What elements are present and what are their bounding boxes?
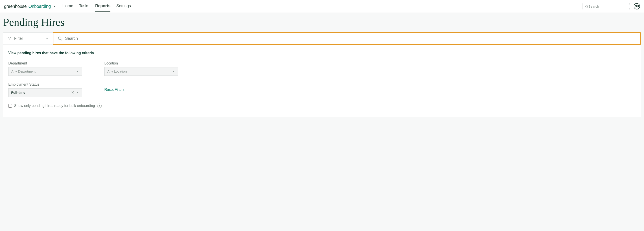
filter-row-2: Employment Status Full-time ✕ Reset Filt… [8, 83, 636, 97]
svg-marker-2 [8, 37, 11, 40]
nav-settings[interactable]: Settings [116, 1, 131, 12]
nav-reports[interactable]: Reports [95, 1, 110, 12]
caret-down-icon [76, 70, 79, 73]
logo-greenhouse: greenhouse [4, 4, 27, 9]
department-value: Any Department [11, 69, 76, 73]
global-search[interactable] [582, 3, 630, 10]
panel-header: Filter [3, 33, 641, 45]
svg-marker-7 [77, 92, 78, 93]
page: Pending Hires Filter View pending [0, 13, 644, 123]
chevron-up-icon [45, 37, 48, 40]
svg-marker-5 [77, 71, 78, 72]
bulk-onboarding-label: Show only pending hires ready for bulk o… [14, 104, 95, 108]
nav-home[interactable]: Home [62, 1, 73, 12]
location-dropdown[interactable]: Any Location [104, 67, 178, 76]
global-search-input[interactable] [588, 5, 631, 8]
clear-icon[interactable]: ✕ [71, 90, 74, 95]
primary-nav: Home Tasks Reports Settings [62, 1, 131, 12]
location-label: Location [104, 61, 178, 65]
employment-status-field: Employment Status Full-time ✕ [8, 83, 82, 97]
filter-subtitle: View pending hires that have the followi… [8, 51, 636, 55]
department-label: Department [8, 61, 82, 65]
logo-onboarding: Onboarding [28, 4, 51, 9]
svg-point-0 [586, 5, 588, 7]
svg-line-1 [587, 7, 588, 8]
page-title: Pending Hires [3, 17, 641, 28]
caret-down-icon [76, 91, 79, 94]
topbar: greenhouse Onboarding Home Tasks Reports… [0, 0, 644, 13]
employment-status-value: Full-time [11, 91, 71, 94]
bulk-onboarding-row: Show only pending hires ready for bulk o… [8, 104, 636, 108]
filter-icon [8, 36, 12, 41]
product-switcher[interactable]: greenhouse Onboarding [4, 4, 56, 9]
avatar[interactable]: GH [634, 3, 640, 10]
department-dropdown[interactable]: Any Department [8, 67, 82, 76]
report-panel: Filter View pending hires that have the … [3, 32, 641, 117]
reset-filters-link[interactable]: Reset Filters [104, 88, 124, 92]
filter-body: View pending hires that have the followi… [3, 45, 641, 117]
nav-tasks[interactable]: Tasks [79, 1, 89, 12]
panel-search-highlight[interactable] [53, 32, 641, 45]
location-field: Location Any Location [104, 61, 178, 76]
search-icon [585, 5, 588, 8]
employment-status-dropdown[interactable]: Full-time ✕ [8, 88, 82, 97]
panel-search-input[interactable] [65, 33, 636, 44]
svg-point-3 [58, 37, 61, 40]
filter-toggle-label: Filter [14, 36, 23, 41]
topbar-right: GH [582, 3, 640, 10]
svg-marker-6 [173, 71, 174, 72]
svg-line-4 [61, 39, 62, 41]
caret-down-icon [172, 70, 175, 73]
chevron-down-icon [52, 5, 56, 8]
bulk-onboarding-checkbox[interactable] [8, 104, 12, 108]
employment-status-label: Employment Status [8, 83, 82, 87]
search-icon [58, 36, 62, 41]
info-icon[interactable]: i [97, 104, 102, 108]
location-value: Any Location [107, 69, 172, 73]
filter-toggle[interactable]: Filter [3, 33, 53, 45]
filter-row-1: Department Any Department Location Any L… [8, 61, 636, 76]
department-field: Department Any Department [8, 61, 82, 76]
